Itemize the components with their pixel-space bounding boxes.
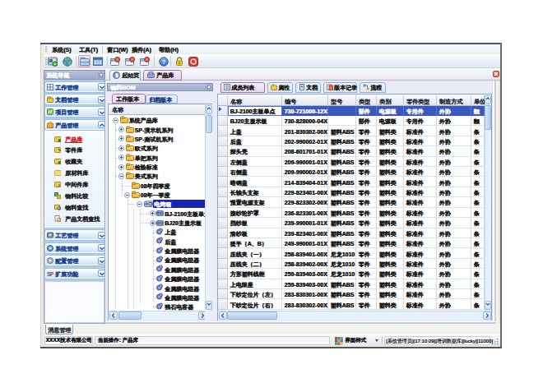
svg-text:P: P — [50, 271, 53, 277]
svg-text:a: a — [58, 182, 60, 187]
svg-text:?: ? — [161, 58, 165, 66]
